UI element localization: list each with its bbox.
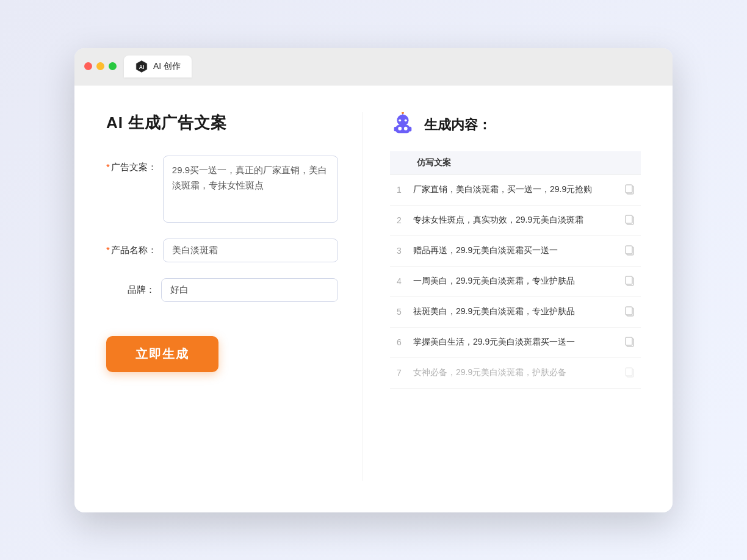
svg-point-7: [402, 112, 404, 114]
svg-rect-13: [626, 185, 632, 193]
copy-button[interactable]: [619, 205, 641, 235]
product-name-input[interactable]: [163, 239, 338, 262]
svg-point-11: [405, 119, 407, 121]
result-text: 女神必备，29.9元美白淡斑霜，护肤必备: [408, 357, 619, 388]
copy-button[interactable]: [619, 357, 641, 388]
result-num: 7: [390, 357, 408, 388]
copy-icon: [624, 275, 636, 287]
result-num: 6: [390, 327, 408, 357]
page-title: AI 生成广告文案: [106, 112, 338, 134]
ad-copy-label: *广告文案：: [106, 156, 163, 173]
svg-rect-3: [396, 125, 410, 133]
ad-copy-row: *广告文案： 29.9买一送一，真正的厂家直销，美白淡斑霜，专抹女性斑点: [106, 156, 338, 223]
svg-point-4: [398, 126, 402, 130]
svg-rect-21: [626, 307, 632, 315]
result-num: 2: [390, 205, 408, 235]
result-num: 4: [390, 266, 408, 296]
svg-rect-17: [626, 246, 632, 254]
result-text: 祛斑美白，29.9元美白淡斑霜，专业护肤品: [408, 296, 619, 327]
result-num: 3: [390, 235, 408, 266]
col-num: [390, 151, 408, 175]
svg-rect-19: [626, 276, 632, 284]
copy-icon: [624, 366, 636, 378]
copy-button[interactable]: [619, 296, 641, 327]
copy-button[interactable]: [619, 266, 641, 296]
svg-rect-9: [410, 126, 412, 131]
table-row: 6掌握美白生活，29.9元美白淡斑霜买一送一: [390, 327, 641, 357]
svg-point-10: [399, 119, 401, 121]
copy-icon: [624, 305, 636, 317]
copy-button[interactable]: [619, 235, 641, 266]
table-row: 3赠品再送，29.9元美白淡斑霜买一送一: [390, 235, 641, 266]
col-copy: [619, 151, 641, 175]
table-row: 4一周美白，29.9元美白淡斑霜，专业护肤品: [390, 266, 641, 296]
titlebar: AI AI 创作: [74, 48, 673, 85]
copy-icon: [624, 183, 636, 195]
generate-button[interactable]: 立即生成: [106, 336, 218, 372]
ai-tab-icon: AI: [135, 60, 148, 73]
table-row: 5祛斑美白，29.9元美白淡斑霜，专业护肤品: [390, 296, 641, 327]
product-name-required-mark: *: [106, 245, 110, 255]
brand-input[interactable]: [161, 278, 338, 302]
table-row: 2专抹女性斑点，真实功效，29.9元美白淡斑霜: [390, 205, 641, 235]
maximize-button[interactable]: [109, 62, 117, 70]
result-text: 专抹女性斑点，真实功效，29.9元美白淡斑霜: [408, 205, 619, 235]
svg-rect-25: [626, 368, 632, 376]
copy-button[interactable]: [619, 327, 641, 357]
col-text: 仿写文案: [408, 151, 619, 175]
svg-point-2: [397, 114, 408, 126]
result-text: 赠品再送，29.9元美白淡斑霜买一送一: [408, 235, 619, 266]
svg-rect-23: [626, 337, 632, 345]
table-row: 1厂家直销，美白淡斑霜，买一送一，29.9元抢购: [390, 174, 641, 205]
svg-point-5: [404, 126, 408, 130]
results-table: 仿写文案 1厂家直销，美白淡斑霜，买一送一，29.9元抢购 2专抹女性斑点，真实…: [390, 151, 641, 389]
browser-window: AI AI 创作 AI 生成广告文案 *广告文案： 29.9买一送一，真正的厂家…: [74, 48, 673, 512]
right-header: 生成内容：: [390, 112, 641, 138]
result-text: 掌握美白生活，29.9元美白淡斑霜买一送一: [408, 327, 619, 357]
left-panel: AI 生成广告文案 *广告文案： 29.9买一送一，真正的厂家直销，美白淡斑霜，…: [106, 112, 363, 481]
ad-copy-required-mark: *: [106, 162, 110, 172]
brand-row: 品牌：: [106, 278, 338, 302]
copy-icon: [624, 244, 636, 256]
table-row: 7女神必备，29.9元美白淡斑霜，护肤必备: [390, 357, 641, 388]
minimize-button[interactable]: [96, 62, 104, 70]
right-panel: 生成内容： 仿写文案 1厂家直销，美白淡斑霜，买一送一，29.9元抢购 2专抹女…: [363, 112, 641, 481]
robot-icon: [390, 112, 416, 138]
browser-tab[interactable]: AI AI 创作: [124, 56, 192, 77]
traffic-lights: [84, 62, 117, 70]
product-name-row: *产品名称：: [106, 239, 338, 262]
svg-rect-8: [394, 126, 397, 131]
result-text: 厂家直销，美白淡斑霜，买一送一，29.9元抢购: [408, 174, 619, 205]
browser-content: AI 生成广告文案 *广告文案： 29.9买一送一，真正的厂家直销，美白淡斑霜，…: [74, 85, 673, 512]
copy-icon: [624, 336, 636, 348]
result-num: 5: [390, 296, 408, 327]
right-title: 生成内容：: [424, 116, 491, 134]
ad-copy-input[interactable]: 29.9买一送一，真正的厂家直销，美白淡斑霜，专抹女性斑点: [163, 156, 338, 223]
result-text: 一周美白，29.9元美白淡斑霜，专业护肤品: [408, 266, 619, 296]
product-name-label: *产品名称：: [106, 239, 163, 256]
result-num: 1: [390, 174, 408, 205]
copy-icon: [624, 214, 636, 226]
svg-rect-15: [626, 215, 632, 223]
tab-label: AI 创作: [153, 61, 181, 72]
copy-button[interactable]: [619, 174, 641, 205]
svg-text:AI: AI: [139, 63, 145, 70]
brand-label: 品牌：: [106, 278, 161, 296]
close-button[interactable]: [84, 62, 92, 70]
